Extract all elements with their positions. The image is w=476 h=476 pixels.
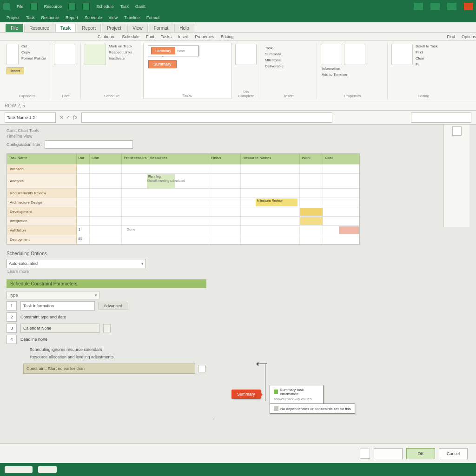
schedule-combo[interactable]: Auto-calculated ▾ [7, 259, 146, 268]
tab[interactable]: Help [174, 24, 194, 32]
grid-cell[interactable] [77, 207, 90, 216]
row-header[interactable]: Integration [7, 217, 77, 225]
ribbon-item[interactable]: Mark on Track [108, 44, 133, 49]
menu-item[interactable]: Format [146, 15, 160, 20]
table-row[interactable]: Architecture DesignMilestone Review [7, 198, 359, 207]
combo-note[interactable]: Learn more [7, 268, 469, 278]
tab-file[interactable]: File [6, 24, 23, 32]
properties-icon[interactable] [321, 44, 342, 65]
tab[interactable]: View [127, 24, 148, 32]
name-box[interactable]: Task Name 1.2 [5, 112, 56, 123]
advanced-button[interactable]: Advanced [99, 302, 127, 310]
grid-cell[interactable] [300, 165, 323, 173]
task-grid[interactable]: Task Name Dur Start Predecessors · Resou… [7, 153, 360, 245]
ribbon-item[interactable]: Find [415, 50, 438, 55]
grid-cell[interactable] [122, 207, 209, 216]
grid-cell[interactable] [122, 217, 209, 225]
grid-cell[interactable] [323, 165, 359, 173]
table-row[interactable]: Development [7, 207, 359, 216]
row-header[interactable]: Analysis [7, 174, 77, 188]
panel-button[interactable] [452, 126, 462, 136]
tab[interactable]: Project [102, 24, 126, 32]
col-header[interactable]: Start [90, 154, 122, 164]
subtab-item[interactable]: Properties [195, 34, 214, 39]
grid-cell[interactable] [323, 174, 359, 188]
min-button[interactable] [414, 3, 423, 10]
subtab-item[interactable]: Editing [221, 34, 234, 39]
qa-icon-2[interactable] [68, 3, 76, 10]
col-header[interactable]: Dur [77, 154, 90, 164]
grid-cell[interactable] [300, 174, 323, 188]
insert-icon[interactable] [235, 44, 257, 65]
constraint-checkbox[interactable] [198, 365, 205, 372]
ribbon-item[interactable]: Milestone [264, 58, 314, 63]
grid-cell[interactable] [300, 198, 323, 207]
grid-cell[interactable] [90, 235, 122, 244]
tab[interactable]: Format [149, 24, 174, 32]
ribbon-item[interactable]: Cut [20, 44, 47, 49]
formula-input[interactable] [81, 112, 332, 123]
menu-item[interactable]: Report [66, 15, 78, 20]
grid-cell[interactable] [209, 235, 241, 244]
ribbon-item[interactable]: Format Painter [20, 56, 47, 61]
grid-cell[interactable] [241, 235, 300, 244]
ribbon-item[interactable]: Fill [415, 62, 438, 67]
grid-cell[interactable] [323, 207, 359, 216]
col-header[interactable]: Resource Names [241, 154, 300, 164]
ok-button[interactable]: OK [406, 448, 435, 459]
col-header[interactable]: Finish [209, 154, 241, 164]
ribbon-item[interactable]: Task [264, 46, 314, 51]
menu-item[interactable]: Project [7, 15, 20, 20]
col-header[interactable]: Cost [323, 154, 359, 164]
ribbon-item[interactable]: Clear [415, 56, 438, 61]
subtab-item[interactable]: Clipboard [98, 34, 116, 39]
tab-active[interactable]: Task [55, 24, 76, 32]
footer-icon-button[interactable] [360, 449, 370, 459]
tab[interactable]: Resource [24, 24, 54, 32]
grid-cell[interactable] [300, 189, 323, 198]
fx-icon[interactable]: ƒx [73, 115, 78, 120]
grid-cell[interactable] [77, 165, 90, 173]
grid-cell[interactable] [241, 189, 300, 198]
constraint-field[interactable]: Constraint: Start no earlier than [23, 364, 195, 374]
grid-cell[interactable] [241, 226, 300, 235]
grid-cell[interactable]: Milestone Review [241, 198, 300, 207]
grid-cell[interactable] [122, 189, 209, 198]
cancel-icon[interactable]: ✕ [60, 115, 63, 120]
titlebar-item[interactable]: Task [120, 4, 129, 9]
table-row[interactable]: Deployment85 [7, 235, 359, 244]
col-header[interactable]: Task Name [7, 154, 77, 164]
row-header[interactable]: Requirements Review [7, 189, 77, 198]
grid-cell[interactable] [77, 217, 90, 225]
accept-icon[interactable]: ✓ [66, 115, 70, 120]
grid-cell[interactable] [209, 189, 241, 198]
formula-right-box[interactable] [411, 112, 471, 123]
status-chip[interactable] [5, 466, 33, 473]
grid-cell[interactable] [90, 198, 122, 207]
row-header[interactable]: Deployment [7, 235, 77, 244]
grid-cell[interactable] [300, 235, 323, 244]
grid-cell[interactable] [323, 189, 359, 198]
grid-cell[interactable] [90, 174, 122, 188]
ribbon-item[interactable]: Inactivate [108, 56, 133, 61]
grid-cell[interactable]: PlanningKickoff meeting scheduled [122, 174, 209, 189]
calendar-picker-button[interactable] [103, 324, 111, 332]
tab[interactable]: Report [77, 24, 101, 32]
calendar-field[interactable]: Calendar None [20, 324, 99, 333]
task-info-field[interactable]: Task Information [20, 301, 95, 311]
table-row[interactable]: AnalysisPlanningKickoff meeting schedule… [7, 173, 359, 188]
subtab-item[interactable]: Tasks [161, 34, 172, 39]
qa-icon-3[interactable] [82, 3, 90, 10]
ribbon-small-btn[interactable]: Insert [7, 67, 24, 74]
grid-cell[interactable] [300, 217, 323, 225]
grid-cell[interactable] [241, 217, 300, 225]
footer-button[interactable] [374, 448, 403, 459]
grid-cell[interactable] [300, 207, 323, 216]
max-button[interactable] [430, 3, 440, 10]
schedule-icon[interactable] [85, 44, 106, 65]
ribbon-accent-btn[interactable]: Summary [148, 60, 177, 68]
titlebar-item[interactable]: Schedule [96, 4, 114, 9]
help-button[interactable] [447, 3, 456, 10]
ribbon-item[interactable]: Deliverable [264, 64, 314, 69]
type-dropdown[interactable]: Type ▾ [7, 291, 99, 299]
